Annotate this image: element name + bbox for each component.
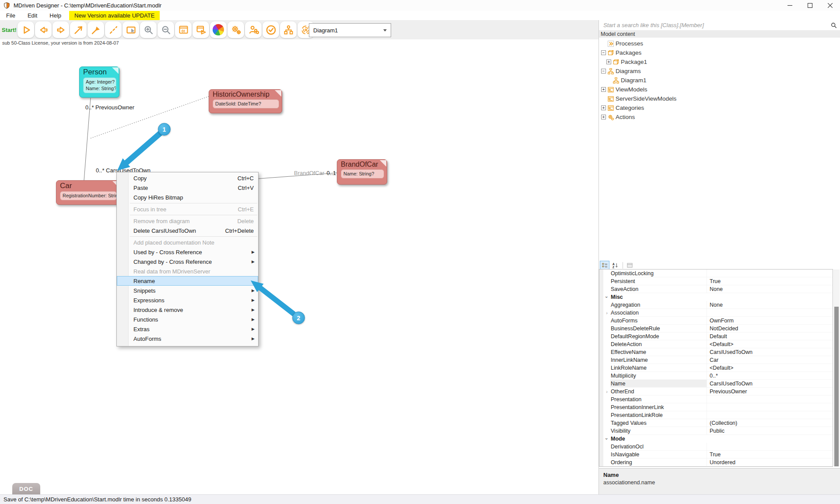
menu-edit[interactable]: Edit <box>21 11 43 20</box>
zoom-out-icon[interactable] <box>158 21 174 38</box>
nav-back-icon[interactable] <box>35 21 52 38</box>
chevron-down-icon[interactable]: › <box>603 435 610 443</box>
property-value[interactable] <box>707 403 833 411</box>
close-button[interactable] <box>820 0 840 10</box>
property-value[interactable] <box>707 443 833 451</box>
structure-nodes-icon[interactable] <box>280 21 297 38</box>
property-row[interactable]: BusinessDeleteRuleNotDecided <box>599 325 833 332</box>
tree-item-processes[interactable]: Processes <box>599 39 840 49</box>
property-value[interactable]: Car <box>707 356 833 364</box>
expand-icon[interactable]: + <box>601 105 606 110</box>
property-row[interactable]: Tagged Values(Collection) <box>599 419 833 427</box>
property-group[interactable]: ›Misc <box>599 293 833 301</box>
property-row[interactable]: AutoFormsOwnForm <box>599 317 833 325</box>
property-pages-button[interactable] <box>625 261 634 270</box>
property-value[interactable]: True <box>707 451 833 458</box>
property-value[interactable]: CarsIUsedToOwn <box>707 380 833 388</box>
menu-item[interactable]: Changed by - Cross Reference▶ <box>117 257 258 266</box>
zoom-in-icon[interactable] <box>140 21 157 38</box>
property-row[interactable]: VisibilityPublic <box>599 427 833 435</box>
property-value[interactable]: Unordered <box>707 458 833 466</box>
expand-icon[interactable]: + <box>601 87 606 92</box>
tree-item-packages[interactable]: −Packages <box>599 49 840 58</box>
validate-window-icon[interactable]: 0! <box>175 21 192 38</box>
property-row[interactable]: EffectiveNameCarsIUsedToOwn <box>599 348 833 356</box>
menu-item[interactable]: Expressions▶ <box>117 295 258 305</box>
property-row[interactable]: DefaultRegionModeDefault <box>599 332 833 340</box>
property-value[interactable]: <Default> <box>707 364 833 372</box>
property-value[interactable]: OwnForm <box>707 317 833 325</box>
menu-item[interactable]: Extras▶ <box>117 324 258 334</box>
categorized-view-button[interactable] <box>600 261 609 270</box>
update-banner[interactable]: New Version available UPDATE <box>69 11 160 20</box>
expand-icon[interactable]: + <box>606 60 611 64</box>
check-circle-icon[interactable] <box>262 21 279 38</box>
property-row[interactable]: InnerLinkNameCar <box>599 356 833 364</box>
property-value[interactable] <box>707 270 833 277</box>
property-value[interactable]: <Default> <box>707 340 833 348</box>
property-row[interactable]: IsNavigableTrue <box>599 451 833 458</box>
property-row[interactable]: OptimisticLocking <box>599 270 833 277</box>
property-row[interactable]: ›OtherEndPreviousOwner <box>599 388 833 396</box>
property-value[interactable] <box>707 411 833 419</box>
property-row[interactable]: PersistentTrue <box>599 277 833 285</box>
run-window-icon[interactable] <box>192 21 209 38</box>
property-row[interactable]: DeleteAction<Default> <box>599 340 833 348</box>
property-value[interactable]: Public <box>707 427 833 435</box>
property-value[interactable]: NotDecided <box>707 325 833 332</box>
menu-item[interactable]: Remove from diagramDelete <box>117 216 258 226</box>
tree-item-viewmodels[interactable]: +ViewModels <box>599 85 840 94</box>
property-row[interactable]: DerivationOcl <box>599 443 833 451</box>
alphabetical-sort-button[interactable]: AZ <box>610 261 620 270</box>
tree-item-diagram1[interactable]: Diagram1 <box>599 76 840 85</box>
tree-item-serversideviewmodels[interactable]: ServerSideViewModels <box>599 94 840 104</box>
search-icon[interactable] <box>831 22 837 30</box>
class-brandofcar[interactable]: BrandOfCar Name: String? <box>337 159 387 185</box>
menu-item[interactable]: Introduce & remove▶ <box>117 305 258 315</box>
class-historicownership[interactable]: HistoricOwnership DateSold: DateTime? <box>209 89 282 113</box>
settings-gears-icon[interactable] <box>228 21 244 38</box>
class-person[interactable]: Person Age: Integer? Name: String? <box>79 66 119 98</box>
property-row[interactable]: PresentationLinkRole <box>599 411 833 419</box>
property-value[interactable] <box>707 396 833 403</box>
play-icon[interactable] <box>18 21 34 38</box>
menu-help[interactable]: Help <box>43 11 67 20</box>
menu-item[interactable]: Real data from MDrivenServer <box>117 266 258 276</box>
property-row[interactable]: SaveActionNone <box>599 285 833 293</box>
menu-item[interactable]: PasteCtrl+V <box>117 183 258 192</box>
menu-item[interactable]: Copy HiRes Bitmap <box>117 192 258 202</box>
expand-icon[interactable]: + <box>601 115 606 119</box>
dashed-line-icon[interactable] <box>105 21 122 38</box>
nav-forward-icon[interactable] <box>52 21 69 38</box>
property-value[interactable]: Default <box>707 332 833 340</box>
menu-item[interactable]: Used by - Cross Reference▶ <box>117 247 258 257</box>
property-row[interactable]: LinkRoleName<Default> <box>599 364 833 372</box>
tree-item-package1[interactable]: +Package1 <box>599 58 840 67</box>
menu-item[interactable]: Snippets▶ <box>117 286 258 295</box>
tree-item-diagrams[interactable]: −Diagrams <box>599 67 840 76</box>
tree-item-actions[interactable]: +Actions <box>599 113 840 122</box>
color-wheel-icon[interactable] <box>210 21 227 38</box>
menu-item[interactable]: Rename <box>117 276 258 286</box>
menu-item[interactable]: AutoForms▶ <box>117 334 258 343</box>
menu-item[interactable]: Focus in treeCtrl+E <box>117 204 258 214</box>
edge-label-brandofcar[interactable]: BrandOfCar0..1 <box>294 170 336 176</box>
property-row[interactable]: Presentation <box>599 396 833 403</box>
association-arrow-icon[interactable] <box>70 21 87 38</box>
property-row[interactable]: ›Association <box>599 309 833 317</box>
doc-tab[interactable]: DOC <box>12 483 40 494</box>
menu-item[interactable]: Delete CarsIUsedToOwnCtrl+Delete <box>117 226 258 235</box>
scrollbar-thumb[interactable] <box>834 307 839 466</box>
property-row[interactable]: PresentationInnerLink <box>599 403 833 411</box>
property-value[interactable]: PreviousOwner <box>707 388 833 396</box>
property-value[interactable]: None <box>707 285 833 293</box>
menu-item[interactable]: Functions▶ <box>117 315 258 324</box>
collapse-icon[interactable]: − <box>601 50 606 55</box>
property-value[interactable]: None <box>707 301 833 309</box>
property-value[interactable]: True <box>707 277 833 285</box>
property-value[interactable] <box>707 309 833 317</box>
association-arrow-solid-icon[interactable] <box>88 21 104 38</box>
property-grid-scrollbar[interactable] <box>833 270 840 466</box>
tree-item-categories[interactable]: +Categories <box>599 104 840 113</box>
collapse-icon[interactable]: − <box>601 69 606 74</box>
